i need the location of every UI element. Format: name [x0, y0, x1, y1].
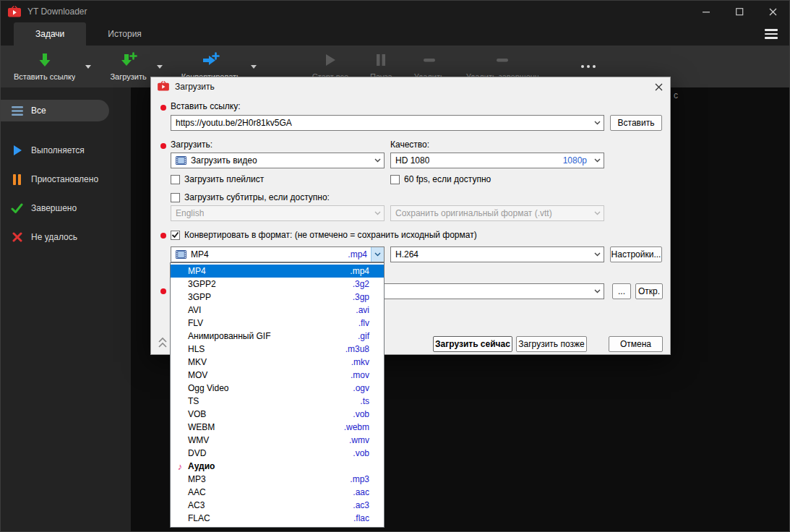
checkbox-box [171, 193, 180, 202]
film-icon [176, 156, 186, 165]
format-option[interactable]: AAC .aac [171, 486, 384, 499]
window-title: YT Downloader [27, 7, 87, 17]
required-bullet [160, 288, 166, 294]
hamburger-menu-button[interactable] [765, 29, 778, 38]
combo-arrow-icon [591, 153, 604, 168]
pause-icon [374, 52, 387, 69]
format-option[interactable]: TS .ts [171, 395, 384, 408]
format-option[interactable]: 3GPP .3gp [171, 291, 384, 304]
dialog-icon [158, 81, 169, 93]
format-option[interactable]: VOB .vob [171, 408, 384, 421]
browse-button[interactable]: ... [612, 283, 631, 299]
download-label: Загрузить: [171, 140, 212, 150]
format-option[interactable]: Анимированный GIF .gif [171, 330, 384, 343]
background-text-fragment: с [674, 90, 678, 100]
quality-combobox[interactable]: HD 1080 1080p [390, 153, 604, 168]
download-label: Загрузить [110, 72, 146, 81]
sidebar-item-paused-label: Приостановлено [31, 174, 98, 184]
sidebar-item-paused[interactable]: Приостановлено [1, 168, 98, 190]
format-dropdown: MP4 .mp4 3GPP2 .3g2 3GPP .3gp AVI .avi [170, 262, 385, 528]
sidebar-item-running[interactable]: Выполняется [1, 140, 85, 161]
required-bullet [160, 105, 166, 111]
sidebar: Все Выполняется Приостановлено Завершено… [1, 87, 131, 531]
url-combobox[interactable]: https://youtu.be/2H0r81kv5GA [171, 115, 604, 131]
paste-button[interactable]: Вставить [610, 115, 662, 131]
list-icon [11, 106, 23, 116]
subtitle-language-value: English [176, 208, 204, 218]
cross-icon [11, 232, 23, 242]
sidebar-item-all[interactable]: Все [1, 100, 109, 121]
format-option[interactable]: MOV .mov [171, 369, 384, 382]
fps-checkbox[interactable]: 60 fps, если доступно [390, 174, 491, 184]
tab-tasks-label: Задачи [35, 29, 64, 39]
convert-checkbox[interactable]: Конвертировать в формат: (не отмечено = … [171, 230, 477, 240]
collapse-options-button[interactable] [155, 334, 170, 351]
format-option[interactable]: AVI .avi [171, 304, 384, 317]
format-dropdown-video-section: MP4 .mp4 3GPP2 .3g2 3GPP .3gp AVI .avi [171, 265, 384, 460]
window-controls [690, 1, 789, 22]
format-option[interactable]: WMV .wmv [171, 434, 384, 447]
sidebar-item-completed[interactable]: Завершено [1, 197, 77, 219]
subtitle-format-combobox[interactable]: Сохранить оригинальный формат (.vtt) [390, 205, 604, 221]
settings-button[interactable]: Настройки... [610, 246, 662, 262]
format-option[interactable]: AC3 .ac3 [171, 499, 384, 512]
sidebar-item-all-label: Все [31, 106, 46, 116]
download-button[interactable]: Загрузить [103, 46, 153, 87]
close-icon [655, 83, 663, 91]
quality-badge: 1080p [563, 155, 591, 166]
cancel-button[interactable]: Отмена [609, 336, 663, 352]
codec-combobox[interactable]: H.264 [390, 246, 604, 262]
sidebar-item-running-label: Выполняется [31, 145, 85, 155]
sidebar-item-failed[interactable]: Не удалось [1, 226, 77, 248]
codec-value: H.264 [395, 249, 418, 259]
check-icon [171, 231, 179, 239]
chevron-down-icon [251, 65, 257, 69]
sidebar-item-completed-label: Завершено [31, 203, 77, 213]
pause-icon [11, 174, 23, 185]
paste-link-icon [37, 52, 53, 69]
format-option[interactable]: FLAC .flac [171, 512, 384, 525]
title-bar: YT Downloader [1, 1, 789, 22]
paste-link-dropdown-button[interactable] [82, 46, 94, 87]
tab-history[interactable]: История [86, 22, 163, 46]
playlist-checkbox-label: Загрузить плейлист [184, 174, 264, 184]
paste-link-button[interactable]: Вставить ссылку [7, 46, 82, 87]
play-icon [11, 145, 23, 156]
remove-icon [495, 52, 510, 69]
format-option[interactable]: WEBM .webm [171, 421, 384, 434]
download-mode-combobox[interactable]: Загрузить видео [171, 153, 385, 168]
download-plus-icon [120, 52, 137, 69]
format-combobox[interactable]: MP4 .mp4 [171, 246, 385, 262]
url-label: Вставить ссылку: [171, 101, 241, 111]
close-button[interactable] [756, 1, 789, 22]
combo-arrow-icon [371, 153, 384, 168]
dialog-close-button[interactable] [647, 77, 670, 96]
download-later-button[interactable]: Загрузить позже [516, 336, 587, 352]
download-now-button[interactable]: Загрузить сейчас [433, 336, 512, 352]
format-option[interactable]: MP4 .mp4 [171, 265, 384, 278]
double-chevron-up-icon [157, 335, 168, 350]
combo-arrow-icon [371, 247, 384, 262]
format-option[interactable]: Ogg Video .ogv [171, 382, 384, 395]
maximize-icon [736, 8, 744, 16]
maximize-button[interactable] [723, 1, 756, 22]
format-option[interactable]: MP3 .mp3 [171, 473, 384, 486]
convert-checkbox-label: Конвертировать в формат: (не отмечено = … [184, 230, 477, 240]
toolbar-overflow-button[interactable] [574, 59, 603, 74]
checkbox-box [390, 175, 400, 184]
subtitle-language-combobox[interactable]: English [171, 205, 385, 221]
tab-history-label: История [108, 29, 142, 39]
format-option[interactable]: DVD .vob [171, 447, 384, 460]
format-option[interactable]: 3GPP2 .3g2 [171, 278, 384, 291]
minimize-button[interactable] [690, 1, 723, 22]
format-option[interactable]: HLS .m3u8 [171, 343, 384, 356]
dialog-title: Загрузить [175, 82, 215, 92]
play-icon [323, 52, 338, 69]
format-option[interactable]: MKV .mkv [171, 356, 384, 369]
subtitles-checkbox[interactable]: Загрузить субтитры, если доступно: [171, 192, 330, 202]
tab-tasks[interactable]: Задачи [14, 22, 86, 46]
download-mode-value: Загрузить видео [191, 155, 257, 166]
playlist-checkbox[interactable]: Загрузить плейлист [171, 174, 264, 184]
format-option[interactable]: FLV .flv [171, 317, 384, 330]
open-folder-button[interactable]: Откр. [635, 283, 663, 299]
